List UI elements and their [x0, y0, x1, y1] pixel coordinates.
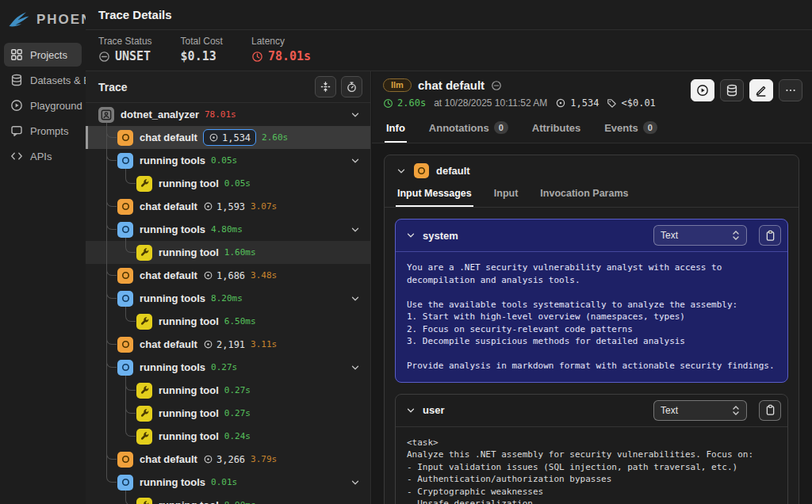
chevron-down-icon[interactable]: [405, 405, 416, 416]
chevron-down-icon: [350, 293, 361, 304]
span-token-count[interactable]: 1,534: [555, 97, 599, 109]
tab-label: Input Messages: [397, 188, 472, 199]
trace-span-row-running-tools[interactable]: running tools4.80ms: [86, 218, 370, 241]
chevron-down-icon[interactable]: [396, 166, 407, 177]
trace-span-row-running-tool[interactable]: running tool0.27s: [86, 402, 370, 425]
message-role: system: [423, 230, 647, 242]
span-label: chat default: [140, 200, 197, 212]
section-tab-input[interactable]: Input: [492, 185, 520, 207]
token-count-badge[interactable]: 1,686: [203, 270, 245, 281]
trace-span-row-running-tools[interactable]: running tools0.01s: [86, 471, 370, 494]
span-cost[interactable]: <$0.01: [607, 97, 655, 109]
trace-span-row-running-tools[interactable]: running tools0.27s: [86, 356, 370, 379]
section-tab-input-messages[interactable]: Input Messages: [396, 185, 473, 207]
chevron-down-icon[interactable]: [350, 293, 361, 304]
copy-button[interactable]: [759, 400, 781, 421]
tab-attributes[interactable]: Attributes: [530, 118, 582, 143]
chevron-down-icon[interactable]: [350, 155, 361, 166]
chevron-down-icon: [405, 405, 416, 416]
span-duration: 2.60s: [383, 97, 426, 109]
copy-button[interactable]: [759, 225, 781, 246]
clock-icon: [251, 51, 263, 63]
grid-icon: [10, 48, 23, 61]
span-label: chat default: [140, 132, 197, 143]
metric-total-cost: Total Cost$0.13: [181, 36, 223, 63]
span-duration: 0.05s: [211, 155, 237, 166]
trace-span-row-chat-default[interactable]: chat default3,2663.79s: [86, 448, 370, 471]
llm-icon: [117, 268, 133, 284]
span-detail-tabs: InfoAnnotations0AttributesEvents0: [383, 118, 802, 143]
chain-icon: [117, 475, 133, 491]
eye-token-icon: [203, 201, 213, 212]
span-label: running tools: [140, 476, 205, 488]
trace-span-row-running-tool[interactable]: running tool0.05s: [86, 172, 370, 195]
sidebar-item-label: APIs: [30, 151, 52, 162]
span-detail-panel: llm chat default 2.60s at 10/28/2025 10:…: [372, 71, 812, 504]
trace-span-row-dotnet_analyzer[interactable]: dotnet_analyzer78.01s: [86, 103, 370, 126]
trace-span-row-chat-default[interactable]: chat default2,1913.11s: [86, 333, 370, 356]
trace-span-row-running-tool[interactable]: running tool1.60ms: [86, 241, 370, 264]
span-duration: 8.90ms: [224, 500, 256, 504]
tab-events[interactable]: Events0: [603, 118, 659, 143]
trace-span-row-chat-default[interactable]: chat default1,5342.60s: [86, 126, 370, 149]
trace-span-row-chat-default[interactable]: chat default1,5933.07s: [86, 195, 370, 218]
sidebar-item-projects[interactable]: Projects: [4, 43, 82, 67]
tool-icon: [136, 429, 152, 445]
trace-details-header: Trace Details Trace StatusUNSETTotal Cos…: [86, 0, 812, 71]
sidebar-item-label: Playground: [30, 100, 82, 112]
chevron-down-icon[interactable]: [350, 224, 361, 235]
tab-info[interactable]: Info: [385, 118, 407, 143]
sidebar-item-prompts[interactable]: Prompts: [4, 119, 82, 143]
system-message-card: systemTextYou are a .NET security vulner…: [395, 219, 788, 383]
span-label: running tool: [159, 430, 219, 442]
span-duration: 8.20ms: [211, 293, 243, 304]
stopwatch-button[interactable]: [341, 76, 362, 97]
metric-latency: Latency78.01s: [251, 36, 311, 63]
page-title: Trace Details: [86, 0, 812, 30]
span-label: chat default: [140, 338, 197, 350]
play-circle-button[interactable]: [691, 79, 714, 101]
span-label: chat default: [140, 269, 197, 281]
trace-span-row-running-tool[interactable]: running tool8.90ms: [86, 494, 370, 504]
sidebar-item-playground[interactable]: Playground: [4, 94, 82, 117]
trace-span-row-running-tool[interactable]: running tool0.27s: [86, 379, 370, 402]
tab-annotations[interactable]: Annotations0: [427, 118, 510, 143]
section-tab-invocation-params[interactable]: Invocation Params: [538, 185, 630, 207]
span-actions: [691, 79, 802, 101]
ellipsis-button[interactable]: [779, 79, 802, 101]
chevron-down-icon: [405, 230, 416, 241]
chevron-down-icon[interactable]: [350, 109, 361, 120]
span-duration: 0.27s: [224, 385, 251, 395]
message-format-select[interactable]: Text: [653, 400, 747, 421]
tab-label: Invocation Params: [540, 188, 628, 199]
token-count-badge[interactable]: 2,191: [203, 339, 245, 350]
trace-span-row-running-tools[interactable]: running tools8.20ms: [86, 287, 370, 310]
input-messages-list: systemTextYou are a .NET security vulner…: [385, 208, 799, 504]
message-content: <task> Analyze this .NET assembly for se…: [396, 427, 787, 504]
trace-panel-title: Trace: [98, 81, 128, 94]
trace-span-row-chat-default[interactable]: chat default1,6863.48s: [86, 264, 370, 287]
pencil-button[interactable]: [749, 79, 773, 101]
token-count-badge[interactable]: 1,593: [203, 201, 245, 212]
chevron-down-icon: [350, 155, 361, 166]
message-format-select[interactable]: Text: [653, 225, 747, 246]
database-button[interactable]: [720, 79, 744, 101]
tool-icon: [136, 245, 152, 261]
span-kind-badge: llm: [383, 78, 412, 92]
token-count-badge[interactable]: 1,534: [203, 129, 256, 146]
chevron-down-icon[interactable]: [405, 230, 416, 241]
clock-icon: [383, 98, 393, 109]
llm-icon: [117, 452, 133, 468]
sidebar-item-label: Projects: [30, 49, 67, 61]
sidebar-item-datasets-ex[interactable]: Datasets & Ex: [4, 68, 82, 92]
trace-span-row-running-tool[interactable]: running tool0.24s: [86, 425, 370, 448]
eye-token-icon: [203, 270, 213, 281]
chevron-down-icon[interactable]: [350, 362, 361, 373]
sidebar-item-apis[interactable]: APIs: [4, 144, 82, 168]
trace-span-row-running-tool[interactable]: running tool6.50ms: [86, 310, 370, 333]
trace-span-row-running-tools[interactable]: running tools0.05s: [86, 149, 370, 172]
chevron-down-icon[interactable]: [350, 477, 361, 488]
phoenix-logo[interactable]: PHOENIX: [0, 0, 86, 41]
align-center-button[interactable]: [315, 76, 336, 97]
token-count-badge[interactable]: 3,266: [203, 454, 245, 465]
